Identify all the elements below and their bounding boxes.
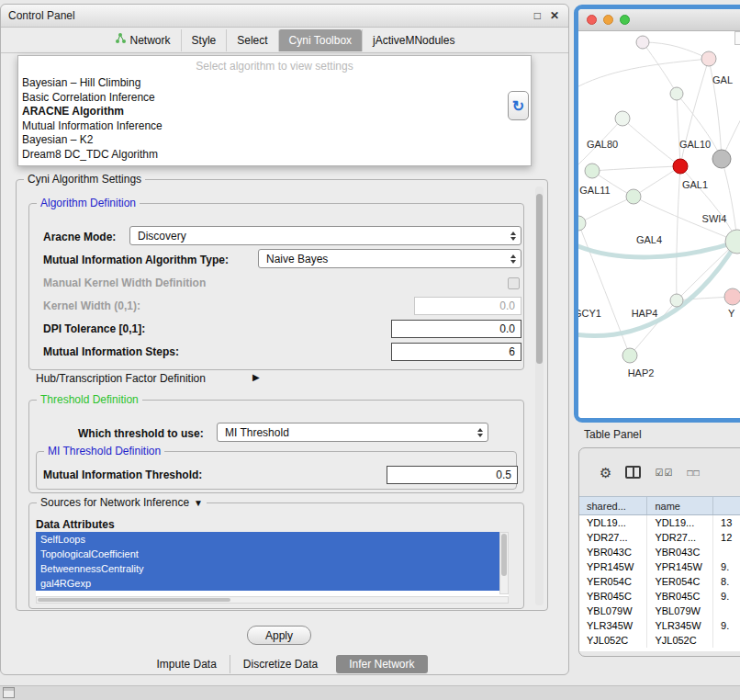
tab-style[interactable]: Style	[181, 29, 227, 51]
tab-impute-data[interactable]: Impute Data	[143, 655, 229, 673]
network-node[interactable]	[615, 111, 630, 126]
restore-panel-icon[interactable]	[3, 687, 15, 698]
float-window-icon[interactable]: □	[534, 5, 541, 28]
table-row[interactable]: YBR043C YBR043C	[579, 545, 740, 559]
column-header[interactable]: shared...	[579, 497, 647, 514]
table-row[interactable]: YJL052C YJL052C	[579, 633, 740, 648]
network-node[interactable]	[725, 230, 740, 254]
table-cell[interactable]: YJL052C	[647, 633, 713, 648]
attributes-horizontal-scrollbar[interactable]	[36, 596, 509, 604]
settings-scrollbar[interactable]	[535, 186, 544, 605]
table-cell[interactable]: YBR043C	[647, 545, 713, 559]
table-row[interactable]: YDR27... YDR27... 12	[579, 530, 740, 545]
attribute-item-selected[interactable]: gal4RGexp	[36, 576, 499, 591]
table-row[interactable]: YBR045C YBR045C 9.	[579, 589, 740, 604]
network-node[interactable]	[712, 150, 731, 168]
tab-cyni-toolbox[interactable]: Cyni Toolbox	[278, 29, 362, 51]
table-settings-gear-icon[interactable]: ⚙	[600, 466, 611, 480]
dropdown-item[interactable]: Dream8 DC_TDC Algorithm	[18, 148, 531, 163]
table-cell[interactable]	[713, 604, 740, 618]
collapse-down-icon[interactable]: ▼	[194, 498, 203, 508]
table-cell[interactable]: YLR345W	[647, 618, 713, 633]
tab-discretize-data[interactable]: Discretize Data	[230, 655, 331, 673]
dropdown-item-selected[interactable]: ARACNE Algorithm	[18, 105, 531, 119]
mi-threshold-input[interactable]	[387, 466, 518, 484]
table-cell[interactable]: YDR27...	[647, 530, 713, 545]
settings-scrollbar-thumb[interactable]	[536, 194, 543, 364]
column-selector-icon[interactable]	[625, 466, 641, 479]
table-cell[interactable]: YBR043C	[579, 545, 647, 559]
table-row[interactable]: YDL19... YDL19... 13	[579, 515, 740, 530]
refresh-algorithms-button[interactable]: ↻	[508, 91, 529, 120]
network-edges[interactable]	[578, 42, 740, 356]
table-row[interactable]: YPR145W YPR145W 9.	[579, 559, 740, 574]
network-node[interactable]	[670, 87, 683, 100]
dpi-tolerance-input[interactable]	[391, 320, 521, 338]
mi-type-combobox[interactable]: Naive Bayes	[258, 249, 521, 268]
apply-button[interactable]: Apply	[247, 626, 311, 645]
tab-infer-network[interactable]: Infer Network	[336, 655, 427, 673]
aracne-mode-combobox[interactable]: Discovery	[129, 226, 521, 245]
network-node[interactable]	[578, 216, 586, 231]
table-cell[interactable]: YPR145W	[579, 559, 647, 574]
table-cell[interactable]: 12	[713, 530, 740, 545]
table-cell[interactable]: 9.	[713, 618, 740, 633]
attribute-item-selected[interactable]: SelfLoops	[36, 532, 499, 547]
network-node[interactable]	[701, 51, 716, 66]
column-header[interactable]	[713, 497, 740, 514]
table-cell[interactable]: YLR345W	[579, 618, 647, 633]
deselect-all-icon[interactable]: □□	[687, 468, 700, 478]
data-attributes-list[interactable]: SelfLoops TopologicalCoefficient Between…	[36, 532, 509, 604]
table-cell[interactable]: YBL079W	[579, 604, 647, 618]
select-all-icon[interactable]: ☑☑	[655, 468, 673, 478]
table-cell[interactable]: YDR27...	[579, 530, 647, 545]
network-node[interactable]	[626, 189, 641, 204]
network-node[interactable]	[585, 164, 600, 178]
network-node-red[interactable]	[673, 159, 688, 174]
manual-kernel-checkbox[interactable]	[508, 277, 520, 289]
dropdown-item[interactable]: Mutual Information Inference	[18, 119, 531, 134]
table-row[interactable]: YER054C YER054C 8.	[579, 574, 740, 589]
table-row[interactable]: YBL079W YBL079W	[579, 604, 740, 618]
attributes-hscroll-thumb[interactable]	[38, 598, 230, 602]
tab-select[interactable]: Select	[226, 29, 277, 51]
mi-steps-input[interactable]	[391, 343, 521, 361]
which-threshold-combobox[interactable]: MI Threshold	[217, 423, 488, 442]
table-cell[interactable]: 9.	[713, 589, 740, 604]
table-cell[interactable]: YBR045C	[647, 589, 713, 604]
tab-network[interactable]: Network	[105, 29, 181, 51]
table-cell[interactable]: YBL079W	[647, 604, 713, 618]
network-scroll-corner[interactable]	[734, 31, 740, 45]
table-cell[interactable]: YDL19...	[647, 515, 713, 530]
hub-definition-label[interactable]: Hub/Transcription Factor Definition	[36, 372, 206, 385]
table-cell[interactable]: YER054C	[579, 574, 647, 589]
attribute-item-selected[interactable]: BetweennessCentrality	[36, 561, 499, 576]
tab-jactivemnodules[interactable]: jActiveMNodules	[362, 29, 465, 51]
network-node[interactable]	[636, 36, 649, 49]
table-cell[interactable]: YDL19...	[579, 515, 647, 530]
sources-group-title[interactable]: Sources for Network Inference	[40, 496, 189, 509]
table-cell[interactable]: 8.	[713, 574, 740, 589]
dropdown-item[interactable]: Bayesian – Hill Climbing	[18, 76, 531, 91]
table-cell[interactable]: YBR045C	[579, 589, 647, 604]
close-traffic-light[interactable]	[587, 15, 597, 25]
table-row[interactable]: YLR345W YLR345W 9.	[579, 618, 740, 633]
control-panel-titlebar[interactable]: Control Panel □ ✕	[1, 5, 568, 28]
table-cell[interactable]: YJL052C	[579, 633, 647, 648]
network-node[interactable]	[670, 294, 683, 307]
attribute-item-selected[interactable]: TopologicalCoefficient	[36, 547, 499, 561]
expand-right-icon[interactable]: ▶	[252, 372, 260, 382]
minimize-traffic-light[interactable]	[603, 15, 613, 25]
dropdown-item[interactable]: Bayesian – K2	[18, 133, 531, 148]
table-cell[interactable]: 9.	[713, 559, 740, 574]
close-window-icon[interactable]: ✕	[550, 5, 559, 28]
kernel-width-input[interactable]	[414, 297, 521, 315]
network-edges-thick[interactable]	[578, 242, 737, 336]
network-node[interactable]	[724, 288, 740, 305]
zoom-traffic-light[interactable]	[620, 15, 630, 25]
network-canvas[interactable]: GAL80 GAL10 GAL11 GAL1 SWI4 GAL4 GCY1 HA…	[578, 31, 740, 418]
table-cell[interactable]	[713, 633, 740, 648]
attributes-vscroll-thumb[interactable]	[501, 534, 507, 576]
column-header[interactable]: name	[647, 497, 713, 514]
network-window-titlebar[interactable]	[578, 9, 740, 31]
